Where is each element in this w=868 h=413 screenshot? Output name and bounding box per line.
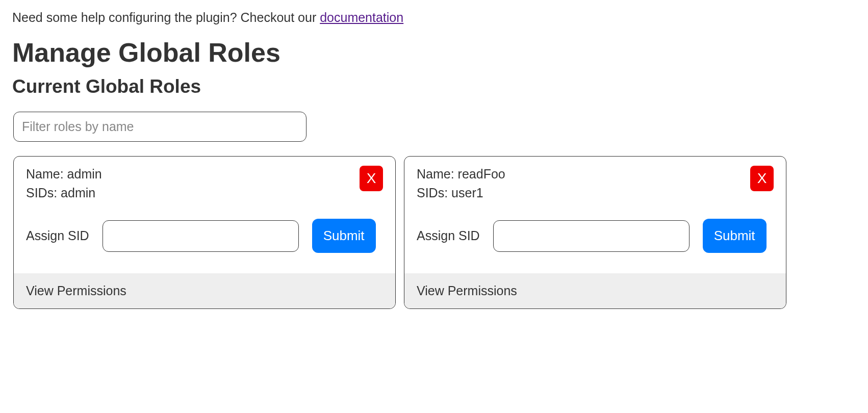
filter-roles-input[interactable] <box>13 112 307 142</box>
sids-label: SIDs: <box>417 186 451 200</box>
help-text: Need some help configuring the plugin? C… <box>12 10 856 25</box>
name-label: Name: <box>417 167 458 181</box>
assign-sid-row: Assign SID Submit <box>26 219 383 253</box>
assign-sid-label: Assign SID <box>26 228 89 243</box>
role-name-value: admin <box>67 167 102 181</box>
sids-label: SIDs: <box>26 186 61 200</box>
assign-sid-row: Assign SID Submit <box>417 219 774 253</box>
name-label: Name: <box>26 167 67 181</box>
roles-container: Name: admin SIDs: admin X Assign SID Sub… <box>13 156 856 309</box>
role-name-value: readFoo <box>458 167 505 181</box>
role-info: Name: readFoo SIDs: user1 <box>417 167 505 204</box>
role-sids-value: admin <box>61 186 95 200</box>
assign-sid-label: Assign SID <box>417 228 480 243</box>
section-title: Current Global Roles <box>12 76 856 97</box>
role-card: Name: admin SIDs: admin X Assign SID Sub… <box>13 156 396 309</box>
role-sids-value: user1 <box>451 186 483 200</box>
documentation-link[interactable]: documentation <box>320 10 403 24</box>
role-card: Name: readFoo SIDs: user1 X Assign SID S… <box>404 156 786 309</box>
page-title: Manage Global Roles <box>12 37 856 68</box>
delete-role-button[interactable]: X <box>360 166 383 191</box>
view-permissions-toggle[interactable]: View Permissions <box>14 273 395 308</box>
help-text-prefix: Need some help configuring the plugin? C… <box>12 10 320 24</box>
assign-sid-input[interactable] <box>103 220 299 252</box>
assign-sid-input[interactable] <box>493 220 690 252</box>
submit-sid-button[interactable]: Submit <box>312 219 376 253</box>
submit-sid-button[interactable]: Submit <box>703 219 767 253</box>
delete-role-button[interactable]: X <box>750 166 774 191</box>
role-info: Name: admin SIDs: admin <box>26 167 102 204</box>
view-permissions-toggle[interactable]: View Permissions <box>404 273 786 308</box>
